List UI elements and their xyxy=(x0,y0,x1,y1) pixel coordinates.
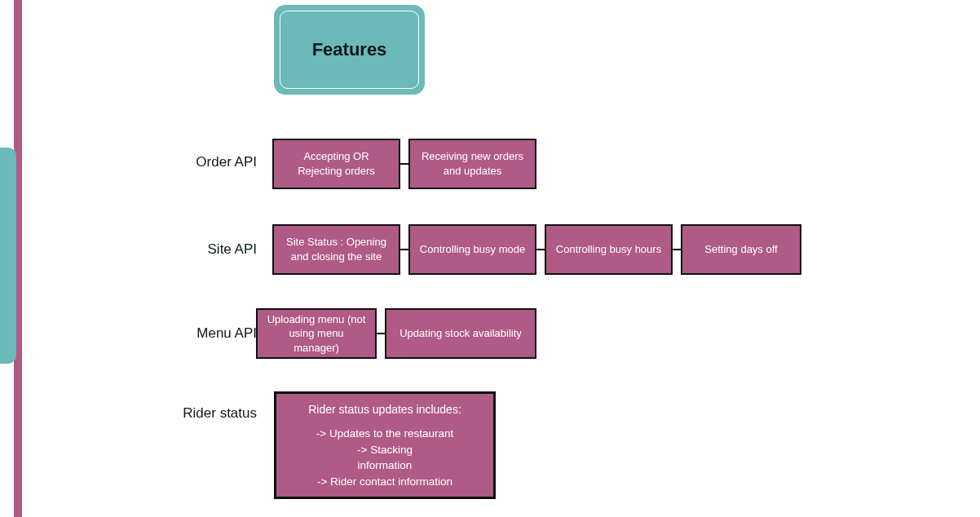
features-header-box: Features xyxy=(274,5,425,95)
site-api-node-1-text: Site Status : Opening and closing the si… xyxy=(282,235,391,263)
menu-api-label: Menu API xyxy=(130,325,257,342)
site-api-node-4: Setting days off xyxy=(681,224,801,275)
connector-site-1 xyxy=(400,249,408,250)
left-bar-teal xyxy=(0,148,16,364)
features-title: Features xyxy=(312,39,387,60)
menu-api-node-2-text: Updating stock availability xyxy=(400,326,522,341)
rider-status-line-2: -> Stacking xyxy=(288,442,482,458)
menu-api-node-2: Updating stock availability xyxy=(385,308,536,359)
order-api-node-2: Receiving new orders and updates xyxy=(408,139,536,189)
site-api-label: Site API xyxy=(130,241,257,258)
order-api-node-2-text: Receiving new orders and updates xyxy=(418,149,527,178)
connector-site-3 xyxy=(673,249,681,250)
menu-api-node-1: Uploading menu (not using menu manager) xyxy=(256,308,377,359)
rider-status-title: Rider status updates includes: xyxy=(288,401,482,418)
connector-menu-1 xyxy=(377,333,385,334)
rider-status-line-4: -> Rider contact information xyxy=(288,474,482,490)
connector-order-1 xyxy=(400,163,408,165)
rider-status-line-1: -> Updates to the restaurant xyxy=(288,426,482,442)
site-api-node-4-text: Setting days off xyxy=(704,242,777,257)
site-api-node-3-text: Controlling busy hours xyxy=(556,242,661,257)
order-api-node-1: Accepting OR Rejecting orders xyxy=(272,139,400,189)
connector-site-2 xyxy=(536,249,545,250)
site-api-node-2: Controlling busy mode xyxy=(408,224,536,275)
rider-status-line-3: information xyxy=(288,457,482,474)
rider-status-box: Rider status updates includes: -> Update… xyxy=(274,391,496,499)
site-api-node-3: Controlling busy hours xyxy=(545,224,673,275)
order-api-node-1-text: Accepting OR Rejecting orders xyxy=(282,149,391,178)
order-api-label: Order API xyxy=(130,154,257,170)
site-api-node-2-text: Controlling busy mode xyxy=(420,242,525,257)
menu-api-node-1-text: Uploading menu (not using menu manager) xyxy=(266,312,367,356)
rider-status-label: Rider status xyxy=(130,405,257,422)
site-api-node-1: Site Status : Opening and closing the si… xyxy=(272,224,400,275)
